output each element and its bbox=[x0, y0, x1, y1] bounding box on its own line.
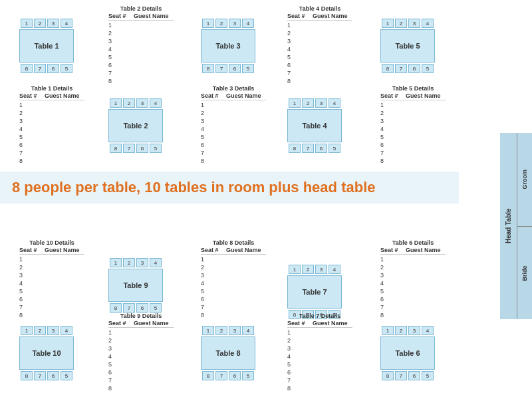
seat: 7 bbox=[34, 371, 46, 380]
seat: 5 bbox=[242, 64, 254, 73]
seat: 3 bbox=[47, 326, 59, 335]
seat: 5 bbox=[329, 144, 340, 153]
details-seat-header: Seat # bbox=[108, 13, 127, 19]
details-rows: 1 2 3 4 5 6 7 8 bbox=[287, 21, 352, 85]
seat: 7 bbox=[395, 64, 407, 73]
table-6-details-title: Table 6 Details bbox=[380, 239, 446, 246]
seat: 1 bbox=[382, 326, 394, 335]
seat: 7 bbox=[302, 144, 314, 153]
table-10-details-title: Table 10 Details bbox=[19, 239, 84, 246]
head-table: Head Table Groom Bride bbox=[500, 133, 532, 319]
table-7-details-title: Table 7 Details bbox=[287, 313, 352, 319]
table-1-details: Table 1 Details Seat # Guest Name 1 2 3 … bbox=[19, 85, 84, 165]
details-rows: 1 2 3 4 5 6 7 8 bbox=[108, 329, 174, 392]
seat: 4 bbox=[150, 258, 162, 267]
details-seat-header: Seat # bbox=[19, 92, 38, 99]
table-rect: Table 6 bbox=[380, 336, 435, 370]
table-rect: Table 8 bbox=[201, 336, 255, 370]
seat: 5 bbox=[61, 64, 72, 73]
seat: 8 bbox=[382, 64, 394, 73]
banner-text: 8 people per table, 10 tables in room pl… bbox=[12, 179, 375, 196]
seat: 8 bbox=[110, 144, 122, 153]
seat: 3 bbox=[136, 258, 148, 267]
seat: 1 bbox=[202, 19, 214, 28]
seat: 1 bbox=[110, 258, 122, 267]
seat: 5 bbox=[150, 144, 162, 153]
seat: 4 bbox=[329, 265, 340, 274]
details-name-header: Guest Name bbox=[134, 320, 174, 327]
seat: 2 bbox=[34, 326, 46, 335]
details-seat-header: Seat # bbox=[287, 13, 306, 19]
table-7-details: Table 7 Details Seat # Guest Name 1 2 3 … bbox=[287, 313, 352, 392]
seat: 4 bbox=[61, 19, 72, 28]
table-2-visual: 1 2 3 4 Table 2 8 7 6 5 bbox=[108, 98, 163, 153]
seat: 3 bbox=[229, 19, 241, 28]
seat: 2 bbox=[34, 19, 46, 28]
table-4-visual: 1 2 3 4 Table 4 8 7 6 5 bbox=[287, 98, 342, 153]
seat: 1 bbox=[289, 265, 301, 274]
table-rect: Table 3 bbox=[201, 29, 255, 63]
table-10-details: Table 10 Details Seat # Guest Name 1 2 3… bbox=[19, 239, 84, 319]
details-name-header: Guest Name bbox=[313, 13, 352, 19]
seat: 6 bbox=[47, 64, 59, 73]
seat: 3 bbox=[229, 326, 241, 335]
details-rows: 1 2 3 4 5 6 7 8 bbox=[287, 329, 352, 392]
table-2-details: Table 2 Details Seat # Guest Name 1 2 3 … bbox=[108, 5, 174, 85]
details-seat-header: Seat # bbox=[201, 92, 219, 99]
table-8-visual: 1 2 3 4 Table 8 8 7 6 5 bbox=[201, 326, 255, 380]
seat: 8 bbox=[21, 371, 33, 380]
seat: 8 bbox=[382, 371, 394, 380]
seat: 1 bbox=[382, 19, 394, 28]
table-rect: Table 4 bbox=[287, 109, 342, 142]
table-rect: Table 2 bbox=[108, 109, 163, 142]
details-rows: 1 2 3 4 5 6 7 8 bbox=[19, 255, 84, 319]
details-rows: 1 2 3 4 5 6 7 8 bbox=[19, 101, 84, 165]
table-rect: Table 1 bbox=[19, 29, 74, 63]
seat: 7 bbox=[123, 303, 135, 313]
seat: 7 bbox=[215, 64, 227, 73]
seat: 2 bbox=[302, 265, 314, 274]
table-6-details: Table 6 Details Seat # Guest Name 1 2 3 … bbox=[380, 239, 446, 319]
seat: 8 bbox=[202, 64, 214, 73]
seat: 6 bbox=[229, 371, 241, 380]
seat: 6 bbox=[315, 144, 327, 153]
seat: 4 bbox=[422, 19, 434, 28]
table-9-visual: 1 2 3 4 Table 9 8 7 6 5 bbox=[108, 258, 163, 313]
seat: 4 bbox=[422, 326, 434, 335]
seat: 2 bbox=[395, 326, 407, 335]
details-name-header: Guest Name bbox=[226, 92, 266, 99]
seat: 1 bbox=[289, 98, 301, 108]
seat: 4 bbox=[242, 326, 254, 335]
seat: 3 bbox=[315, 265, 327, 274]
details-name-header: Guest Name bbox=[45, 247, 84, 253]
seat: 3 bbox=[315, 98, 327, 108]
details-seat-header: Seat # bbox=[19, 247, 38, 253]
details-rows: 1 2 3 4 5 6 7 8 bbox=[108, 21, 174, 85]
table-5-details: Table 5 Details Seat # Guest Name 1 2 3 … bbox=[380, 85, 446, 165]
seat: 2 bbox=[123, 98, 135, 108]
table-9-details-title: Table 9 Details bbox=[108, 313, 174, 319]
seat: 5 bbox=[422, 64, 434, 73]
table-6-visual: 1 2 3 4 Table 6 8 7 6 5 bbox=[380, 326, 435, 380]
seat: 3 bbox=[408, 326, 420, 335]
seat: 2 bbox=[302, 98, 314, 108]
details-name-header: Guest Name bbox=[226, 247, 266, 253]
table-9-details: Table 9 Details Seat # Guest Name 1 2 3 … bbox=[108, 313, 174, 392]
head-table-label: Head Table bbox=[500, 133, 517, 319]
table-4-details-title: Table 4 Details bbox=[287, 5, 352, 12]
table-1-visual: 1 2 3 4 Table 1 8 7 6 5 bbox=[19, 19, 74, 73]
details-seat-header: Seat # bbox=[201, 247, 219, 253]
seat: 4 bbox=[329, 98, 340, 108]
seat: 6 bbox=[136, 144, 148, 153]
groom-label: Groom bbox=[517, 133, 532, 226]
table-5-visual: 1 2 3 4 Table 5 8 7 6 5 bbox=[380, 19, 435, 73]
seat: 2 bbox=[215, 19, 227, 28]
details-name-header: Guest Name bbox=[45, 92, 84, 99]
table-1-details-title: Table 1 Details bbox=[19, 85, 84, 92]
seat: 5 bbox=[242, 371, 254, 380]
table-3-visual: 1 2 3 4 Table 3 8 7 6 5 bbox=[201, 19, 255, 73]
seat: 1 bbox=[110, 98, 122, 108]
seat: 1 bbox=[21, 326, 33, 335]
details-rows: 1 2 3 4 5 6 7 8 bbox=[380, 255, 446, 319]
table-rect: Table 7 bbox=[287, 275, 342, 309]
